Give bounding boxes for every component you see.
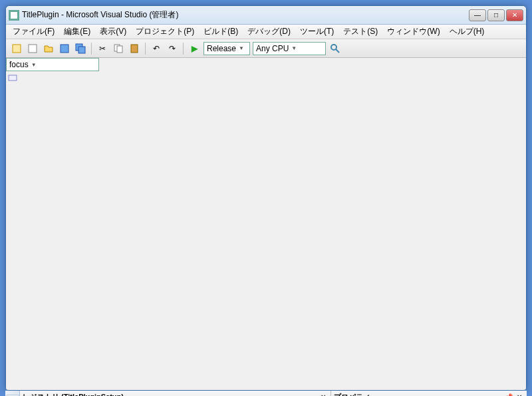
registry-panel-header: レジストリ (TitlePluginSetup) ▾ ✕ — [20, 391, 331, 396]
svg-rect-2 — [29, 45, 37, 53]
menu-help[interactable]: ヘルプ(H) — [446, 25, 489, 39]
menu-build[interactable]: ビルド(B) — [200, 25, 242, 39]
platform-value: Any CPU — [256, 44, 289, 53]
svg-rect-8 — [131, 45, 138, 53]
svg-rect-5 — [78, 47, 85, 53]
save-all-icon[interactable] — [74, 42, 87, 55]
panel-close-icon[interactable]: ✕ — [515, 393, 524, 397]
svg-rect-7 — [117, 46, 122, 53]
start-debug-icon[interactable]: ▶ — [188, 42, 201, 55]
save-icon[interactable] — [58, 42, 71, 55]
toolbar-extra-icon[interactable] — [6, 71, 19, 85]
app-icon — [9, 10, 19, 21]
panel-pin-icon[interactable]: 📌 — [504, 393, 513, 397]
new-project-icon[interactable] — [10, 42, 23, 55]
config-combo[interactable]: Release▼ — [203, 42, 250, 55]
menu-edit[interactable]: 編集(E) — [60, 25, 94, 39]
svg-rect-3 — [61, 45, 68, 53]
menu-debug[interactable]: デバッグ(D) — [243, 25, 295, 39]
menu-window[interactable]: ウィンドウ(W) — [383, 25, 444, 39]
undo-icon[interactable]: ↶ — [150, 42, 163, 55]
chevron-down-icon: ▼ — [31, 62, 37, 68]
search-value: focus — [9, 60, 29, 69]
redo-icon[interactable]: ↷ — [166, 42, 179, 55]
svg-rect-1 — [13, 45, 21, 53]
menu-view[interactable]: 表示(V) — [96, 25, 130, 39]
svg-line-10 — [336, 49, 339, 53]
search-combo[interactable]: focus▼ — [6, 58, 99, 71]
properties-title: プロパティ — [334, 392, 492, 396]
cut-icon[interactable]: ✂ — [96, 42, 109, 55]
copy-icon[interactable] — [112, 42, 125, 55]
window-title: TitlePlugin - Microsoft Visual Studio (管… — [22, 9, 469, 21]
close-button[interactable]: ✕ — [506, 9, 523, 21]
panel-dropdown-icon[interactable]: ▾ — [308, 393, 317, 397]
svg-point-9 — [331, 45, 336, 50]
add-item-icon[interactable] — [26, 42, 39, 55]
properties-panel-header: プロパティ ▾ 📌 ✕ — [331, 391, 527, 396]
chevron-down-icon: ▼ — [291, 45, 297, 51]
chevron-down-icon: ▼ — [239, 45, 244, 51]
toolbar: ✂ ↶ ↷ ▶ Release▼ Any CPU▼ — [6, 39, 526, 58]
menubar: ファイル(F) 編集(E) 表示(V) プロジェクト(P) ビルド(B) デバッ… — [6, 25, 526, 39]
maximize-button[interactable]: □ — [487, 9, 505, 21]
svg-rect-11 — [9, 75, 17, 81]
open-icon[interactable] — [42, 42, 55, 55]
menu-file[interactable]: ファイル(F) — [9, 25, 59, 39]
left-gutter: サーバー エクスプローラ ツールボックス — [5, 391, 20, 396]
menu-test[interactable]: テスト(S) — [339, 25, 382, 39]
registry-panel-title: レジストリ (TitlePluginSetup) — [23, 392, 307, 396]
panel-dropdown-icon[interactable]: ▾ — [493, 393, 503, 397]
minimize-button[interactable]: ― — [469, 9, 486, 21]
find-icon[interactable] — [329, 42, 342, 55]
titlebar[interactable]: TitlePlugin - Microsoft Visual Studio (管… — [6, 6, 526, 25]
platform-combo[interactable]: Any CPU▼ — [253, 42, 326, 55]
config-value: Release — [207, 44, 236, 53]
menu-project[interactable]: プロジェクト(P) — [132, 25, 198, 39]
menu-tools[interactable]: ツール(T) — [296, 25, 338, 39]
paste-icon[interactable] — [128, 42, 141, 55]
panel-close-icon[interactable]: ✕ — [319, 393, 328, 397]
